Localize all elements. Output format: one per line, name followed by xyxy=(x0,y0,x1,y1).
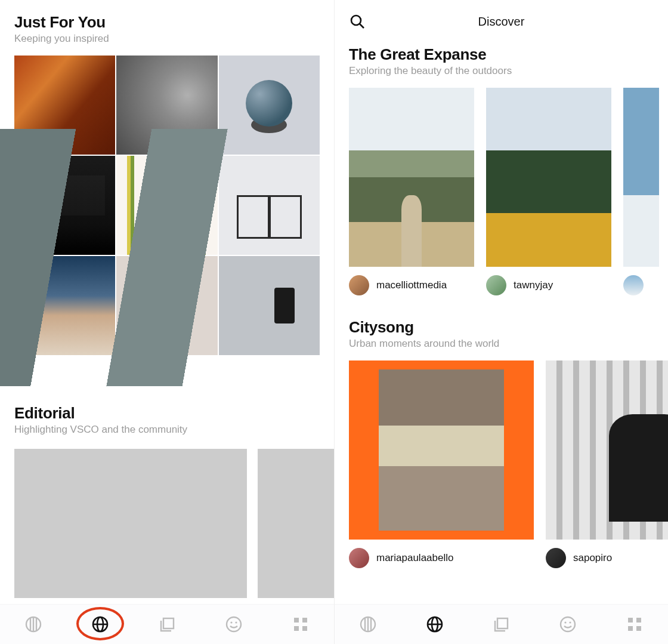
svg-point-26 xyxy=(565,621,567,623)
jfy-subtitle: Keeping you inspired xyxy=(14,33,320,45)
post-card[interactable]: macelliottmedia xyxy=(349,88,474,295)
globe-icon xyxy=(426,615,444,633)
tab-studio[interactable] xyxy=(490,614,512,635)
post-meta xyxy=(623,275,659,295)
stack-icon xyxy=(158,615,176,633)
search-button[interactable] xyxy=(349,13,366,30)
smile-icon xyxy=(225,615,243,633)
svg-rect-31 xyxy=(636,626,641,631)
tab-profile[interactable] xyxy=(223,614,245,635)
feed-icon xyxy=(359,615,377,633)
post-image[interactable] xyxy=(623,88,659,267)
svg-point-10 xyxy=(235,621,237,623)
post-card[interactable] xyxy=(623,88,659,295)
post-image[interactable] xyxy=(349,88,474,267)
post-image[interactable] xyxy=(546,360,668,540)
post-meta: tawnyjay xyxy=(486,275,611,295)
svg-point-27 xyxy=(570,621,571,623)
expanse-subtitle: Exploring the beauty of the outdoors xyxy=(349,65,654,77)
svg-line-16 xyxy=(360,24,364,28)
svg-rect-11 xyxy=(294,618,299,623)
post-image[interactable] xyxy=(486,88,611,267)
svg-rect-29 xyxy=(636,618,641,623)
citysong-strip[interactable]: mariapaulaabello sapopiro xyxy=(335,352,668,568)
svg-rect-30 xyxy=(628,626,633,631)
svg-rect-14 xyxy=(302,626,307,631)
svg-point-8 xyxy=(227,617,241,631)
expanse-title: The Great Expanse xyxy=(349,45,654,64)
post-meta: macelliottmedia xyxy=(349,275,474,295)
post-meta: sapopiro xyxy=(546,548,668,568)
svg-point-15 xyxy=(351,16,361,25)
tab-bar xyxy=(335,605,668,644)
svg-point-9 xyxy=(230,621,232,623)
smile-icon xyxy=(559,615,577,633)
discover-title: Discover xyxy=(478,15,525,29)
citysong-title: Citysong xyxy=(349,318,654,337)
avatar[interactable] xyxy=(349,548,369,568)
post-image[interactable] xyxy=(349,360,534,540)
svg-rect-13 xyxy=(294,626,299,631)
editorial-carousel[interactable] xyxy=(0,440,334,598)
citysong-section: Citysong Urban moments around the world xyxy=(335,316,668,352)
username[interactable]: mariapaulaabello xyxy=(376,552,453,564)
search-icon xyxy=(349,13,366,30)
citysong-subtitle: Urban moments around the world xyxy=(349,338,654,350)
expanse-strip[interactable]: macelliottmedia tawnyjay xyxy=(335,79,668,295)
globe-icon xyxy=(91,615,109,633)
svg-rect-28 xyxy=(628,618,633,623)
username[interactable]: macelliottmedia xyxy=(376,279,447,291)
editorial-section: Editorial Highlighting VSCO and the comm… xyxy=(0,391,334,440)
avatar[interactable] xyxy=(546,548,566,568)
jfy-title: Just For You xyxy=(14,13,320,32)
tab-discover[interactable] xyxy=(424,614,446,635)
avatar[interactable] xyxy=(623,275,644,295)
svg-point-25 xyxy=(561,617,575,631)
svg-rect-12 xyxy=(302,618,307,623)
editorial-subtitle: Highlighting VSCO and the community xyxy=(14,424,320,436)
expanse-section: The Great Expanse Exploring the beauty o… xyxy=(335,43,668,79)
svg-rect-24 xyxy=(497,618,508,628)
tab-profile[interactable] xyxy=(557,614,579,635)
post-meta: mariapaulaabello xyxy=(349,548,534,568)
avatar[interactable] xyxy=(349,275,369,295)
username[interactable]: sapopiro xyxy=(573,552,612,564)
svg-rect-7 xyxy=(163,618,174,628)
tab-bar xyxy=(0,605,334,644)
editorial-title: Editorial xyxy=(14,404,320,423)
tab-grid[interactable] xyxy=(624,614,645,635)
avatar[interactable] xyxy=(486,275,506,295)
left-pane: Just For You Keeping you inspired Editor… xyxy=(0,0,334,644)
tab-grid[interactable] xyxy=(290,614,311,635)
tab-discover[interactable] xyxy=(89,614,111,635)
tab-studio[interactable] xyxy=(156,614,178,635)
editorial-card[interactable] xyxy=(14,449,247,598)
grid-icon xyxy=(292,616,309,633)
feed-icon xyxy=(24,615,42,633)
stack-icon xyxy=(492,615,510,633)
grid-icon xyxy=(626,616,643,633)
right-pane: Discover The Great Expanse Exploring the… xyxy=(334,0,668,644)
editorial-card[interactable] xyxy=(258,449,334,598)
username[interactable]: tawnyjay xyxy=(514,279,553,291)
discover-topbar: Discover xyxy=(335,0,668,43)
post-card[interactable]: mariapaulaabello xyxy=(349,360,534,568)
post-card[interactable]: sapopiro xyxy=(546,360,668,568)
just-for-you-section: Just For You Keeping you inspired xyxy=(0,0,334,50)
post-card[interactable]: tawnyjay xyxy=(486,88,611,295)
tab-feed[interactable] xyxy=(357,614,379,635)
tab-feed[interactable] xyxy=(23,614,44,635)
